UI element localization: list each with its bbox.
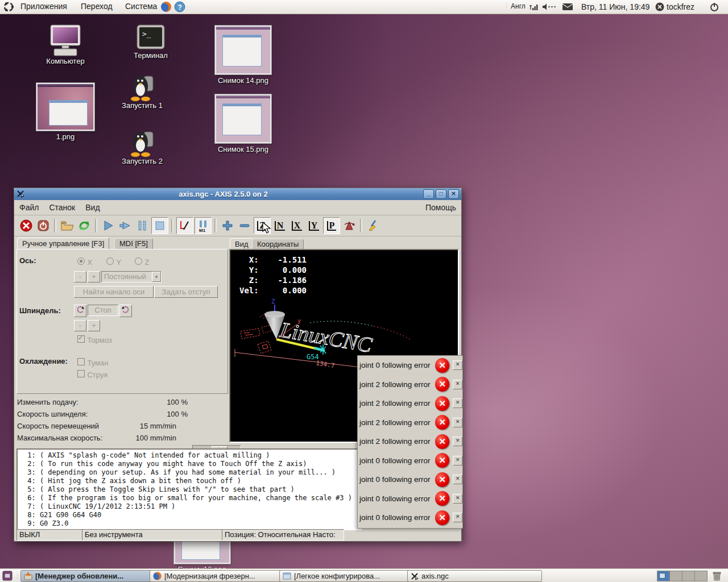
workspace-2[interactable] <box>669 571 682 581</box>
error-icon: ✕ <box>435 453 449 468</box>
optional-pause-button[interactable]: M1 <box>195 217 212 234</box>
desktop-icon-run2[interactable]: Запустить 2 <box>111 130 173 165</box>
update-manager-icon <box>24 572 32 580</box>
touch-off-button[interactable]: Задать отступ <box>154 286 218 298</box>
view-z-rotated-button[interactable]: N <box>272 218 288 234</box>
window-titlebar[interactable]: axis.ngc - AXIS 2.5.0 on 2 _ □ ✕ <box>14 188 461 200</box>
desktop-icon-1png[interactable]: 1.png <box>31 83 100 141</box>
brake-checkbox[interactable]: Тормоз <box>77 335 112 345</box>
axis-z-radio[interactable]: Z <box>135 257 149 267</box>
desktop-icon-computer[interactable]: Компьютер <box>28 24 102 65</box>
tux-icon <box>127 74 158 101</box>
gcode-listing[interactable]: 1: ( AXIS "splash g-code" Not intended f… <box>16 448 362 530</box>
dismiss-error-button[interactable]: ✕ <box>453 360 462 370</box>
run-button[interactable] <box>100 218 116 234</box>
pause-button[interactable] <box>134 218 150 234</box>
maximize-button[interactable]: □ <box>436 189 446 199</box>
power-icon[interactable] <box>710 2 719 11</box>
workspace-3[interactable] <box>682 571 695 581</box>
top-panel: Приложения Переход Система ? ⋮⋮ Англ Втр… <box>0 0 728 14</box>
svg-text:M1: M1 <box>199 228 206 232</box>
desktop-icon-label: Компьютер <box>28 57 102 65</box>
taskbar-button-firefox[interactable]: [Модернизация фрезерн... <box>150 570 282 582</box>
dismiss-error-button[interactable]: ✕ <box>453 475 462 484</box>
estop-button[interactable] <box>18 218 34 234</box>
window-menubar: Файл Станок Вид Помощь <box>14 200 461 215</box>
axis-y-radio[interactable]: Y <box>106 257 121 267</box>
zoom-in-button[interactable] <box>220 218 235 234</box>
taskbar-button-axis[interactable]: axis.ngc <box>407 570 542 582</box>
rotate-view-button[interactable] <box>341 218 357 234</box>
desktop-icon-snap14[interactable]: Снимок 14.png <box>208 26 279 85</box>
jog-mode-combobox[interactable]: Постоянный ▼ <box>101 271 162 282</box>
spindle-plus-button[interactable]: + <box>88 320 100 331</box>
menu-places[interactable]: Переход <box>76 0 117 13</box>
window-icon <box>283 572 291 580</box>
clear-plot-button[interactable] <box>365 218 381 234</box>
username-menu[interactable]: tockfrez <box>667 2 694 11</box>
error-icon: ✕ <box>435 415 449 430</box>
stop-button[interactable] <box>151 217 168 234</box>
axis-x-radio[interactable]: X <box>77 257 92 267</box>
jog-minus-button[interactable]: - <box>74 271 86 282</box>
menu-system[interactable]: Система <box>121 0 162 13</box>
machine-power-button[interactable] <box>35 218 51 234</box>
view-perspective-button[interactable]: P <box>323 217 340 234</box>
taskbar-button-update-manager[interactable]: [Менеджер обновлени... <box>20 570 154 582</box>
tux-icon <box>127 130 158 157</box>
run-from-line-button[interactable] <box>117 218 133 234</box>
dismiss-error-button[interactable]: ✕ <box>453 398 462 408</box>
menu-help[interactable]: Помощь <box>420 201 461 214</box>
spindle-cw-button[interactable] <box>119 305 132 317</box>
view-y-button[interactable]: Y <box>306 218 322 234</box>
view-x-button[interactable]: X <box>289 218 305 234</box>
dismiss-error-button[interactable]: ✕ <box>453 380 462 389</box>
z-axis-label: Z <box>271 298 275 305</box>
keyboard-layout-indicator[interactable]: Англ <box>511 2 526 10</box>
reload-button[interactable] <box>76 218 92 234</box>
spindle-stop-button[interactable]: Стоп <box>88 305 118 316</box>
toolbar-separator <box>360 219 362 232</box>
toggle-skip-lines-button[interactable] <box>176 217 193 234</box>
error-row: joint 2 following error✕✕ <box>358 432 462 451</box>
menu-machine[interactable]: Станок <box>44 201 80 214</box>
dismiss-error-button[interactable]: ✕ <box>453 436 462 446</box>
tab-mdi[interactable]: MDI [F5] <box>114 238 153 250</box>
zoom-out-button[interactable] <box>237 218 253 234</box>
flood-checkbox[interactable]: Струя <box>77 369 107 380</box>
user-status-icon[interactable] <box>655 2 664 11</box>
workspace-1[interactable] <box>657 571 670 581</box>
error-row: joint 2 following error✕✕ <box>358 394 462 413</box>
minimize-button[interactable]: _ <box>423 189 434 199</box>
spindle-ccw-button[interactable] <box>74 305 86 317</box>
desktop-icon-run1[interactable]: Запустить 1 <box>111 74 173 110</box>
help-launcher-icon[interactable]: ? <box>174 1 185 13</box>
clock[interactable]: Втр, 11 Июн, 19:49 <box>581 2 650 11</box>
menu-applications[interactable]: Приложения <box>16 0 72 13</box>
desktop-icon-snap15[interactable]: Снимок 15.png <box>208 94 279 153</box>
mail-notification-icon[interactable] <box>562 3 573 11</box>
desktop-icon-terminal[interactable]: >_ Терминал <box>122 24 179 60</box>
dismiss-error-button[interactable]: ✕ <box>453 513 462 522</box>
open-file-button[interactable] <box>59 218 75 234</box>
show-desktop-icon[interactable] <box>2 571 13 581</box>
menu-view[interactable]: Вид <box>80 201 105 214</box>
dismiss-error-button[interactable]: ✕ <box>453 494 462 504</box>
menu-file[interactable]: Файл <box>14 201 44 214</box>
jog-plus-button[interactable]: + <box>88 271 100 282</box>
dismiss-error-button[interactable]: ✕ <box>453 418 462 427</box>
trash-icon[interactable] <box>712 571 722 581</box>
volume-muted-icon[interactable] <box>541 3 556 11</box>
desktop: Компьютер >_ Терминал Снимок 14.png 1.pn… <box>0 0 728 582</box>
close-button[interactable]: ✕ <box>448 189 459 199</box>
workspace-4[interactable] <box>694 571 708 581</box>
dismiss-error-button[interactable]: ✕ <box>453 456 462 465</box>
taskbar-button-config[interactable]: [Легкое конфигурирова... <box>279 570 410 582</box>
firefox-launcher-icon[interactable] <box>160 1 172 13</box>
network-signal-icon[interactable] <box>528 3 538 11</box>
tab-manual-control[interactable]: Ручное управление [F3] <box>17 238 109 250</box>
mist-checkbox[interactable]: Туман <box>77 357 108 368</box>
error-icon: ✕ <box>435 396 449 411</box>
spindle-minus-button[interactable]: - <box>74 320 86 331</box>
home-axis-button[interactable]: Найти начало оси <box>74 286 154 298</box>
